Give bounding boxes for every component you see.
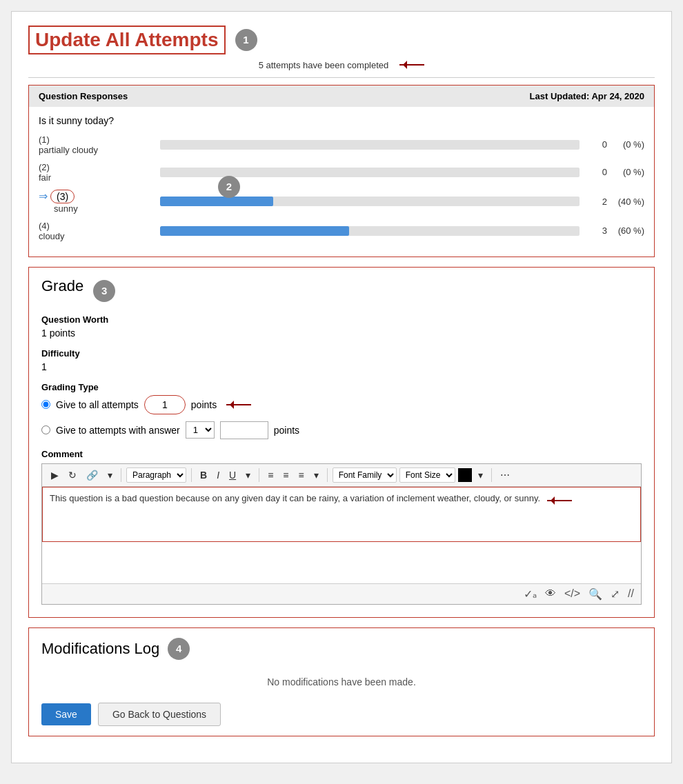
slash-icon[interactable]: // [628,587,634,600]
radio-row-2: Give to attempts with answer 1 2 3 4 poi… [41,421,642,439]
answer-row-correct: ⇒ (3) sunny 2 (40 %) [39,190,644,214]
bar-count-3: 2 [591,197,607,207]
comment-editor: ▶ ↻ 🔗 ▾ Paragraph B I [41,463,642,605]
mods-body: No modifications have been made. [41,670,642,698]
bar-fill-3 [160,197,273,206]
answer-row: (2) fair 0 (0 %) [39,162,644,183]
question-content: Is it sunny today? (1) partially cloudy [29,107,654,257]
no-mods-text: No modifications have been made. [267,676,416,687]
format-dropdown-icon[interactable]: ▾ [242,468,254,483]
code-icon[interactable]: </> [564,587,580,600]
bar-pct-3: (40 %) [607,197,644,207]
search-icon[interactable]: 🔍 [588,587,602,601]
save-button[interactable]: Save [41,703,91,725]
responses-panel: Question Responses Last Updated: Apr 24,… [28,85,655,257]
difficulty-label: Difficulty [41,348,642,359]
bar-container-3 [160,197,580,206]
answer-col-2: (2) fair [39,162,149,183]
answer-col-1: (1) partially cloudy [39,134,149,155]
bar-count-2: 0 [591,167,607,177]
correct-indicator: ⇒ (3) [39,190,149,203]
align-dropdown-icon[interactable]: ▾ [310,468,322,483]
points-input-all[interactable] [148,396,182,413]
bar-fill-4 [160,226,349,236]
correct-arrow-icon: ⇒ [39,190,48,203]
radio-all-attempts[interactable] [41,400,50,409]
color-dropdown-icon[interactable]: ▾ [475,468,486,483]
bar-container-1 [160,140,580,150]
correct-oval: (3) [50,190,75,203]
page-container: Update All Attempts 1 5 attempts have be… [11,11,672,763]
page-title: Update All Attempts [28,26,226,54]
bar-pct-4: (60 %) [607,225,644,236]
answer-text-3: sunny [54,203,149,214]
link-icon[interactable]: 🔗 [83,468,101,483]
answer-select[interactable]: 1 2 3 4 [186,421,215,439]
align-right-icon[interactable]: ≡ [295,468,307,483]
grade-badge: 3 [93,280,115,302]
answer-number-4: (4) [39,221,149,231]
more-dropdown-icon[interactable]: ▾ [104,468,116,483]
bar-count-1: 0 [591,139,607,150]
grade-title: Grade [41,277,83,295]
bar-container-4 [160,226,580,236]
italic-icon[interactable]: I [213,468,223,483]
action-buttons: Save Go Back to Questions [41,703,642,726]
bar-count-4: 3 [591,225,607,236]
mods-panel: Modifications Log 4 No modifications hav… [28,627,655,736]
answer-text-4: cloudy [39,231,149,241]
comment-content[interactable]: This question is a bad question because … [42,487,641,542]
editor-toolbar: ▶ ↻ 🔗 ▾ Paragraph B I [42,464,641,487]
align-left-icon[interactable]: ≡ [264,468,277,483]
fullscreen-icon[interactable]: ⤢ [611,587,620,601]
radio1-label[interactable]: Give to all attempts [56,399,139,410]
responses-header: Question Responses Last Updated: Apr 24,… [29,86,654,107]
underline-icon[interactable]: U [226,468,239,483]
attempts-info: 5 attempts have been completed [28,60,655,70]
grading-type-label: Grading Type [41,382,642,392]
refresh-icon[interactable]: ↻ [65,468,80,483]
separator-2 [191,468,192,482]
font-family-select[interactable]: Font Family [333,468,397,483]
color-swatch[interactable] [458,468,472,482]
more-options-icon[interactable]: ⋯ [497,468,513,483]
grade-arrow-1 [226,404,251,405]
points-blank-2[interactable] [220,421,268,439]
points-input-oval [144,395,186,414]
comment-arrow [547,500,572,501]
spell-check-icon[interactable]: ✓ₐ [524,587,537,601]
radio-with-answer[interactable] [41,425,50,434]
header-badge: 1 [235,29,257,51]
back-to-questions-button[interactable]: Go Back to Questions [98,703,221,726]
mods-title: Modifications Log [41,640,159,658]
responses-label: Question Responses [39,91,128,101]
accessibility-icon[interactable]: 👁 [545,587,556,600]
page-header: Update All Attempts 1 [28,26,655,54]
editor-empty-area[interactable] [42,542,641,583]
play-icon[interactable]: ▶ [48,468,62,483]
grade-section: Grade 3 Question Worth 1 points Difficul… [29,268,654,617]
points-suffix-2: points [274,425,299,436]
font-size-select[interactable]: Font Size [399,468,455,483]
radio2-label[interactable]: Give to attempts with answer [56,425,180,436]
answer-number-1: (1) [39,134,149,145]
bold-icon[interactable]: B [197,468,210,483]
header-divider [28,77,655,78]
answer-row: (4) cloudy 3 (60 %) [39,221,644,241]
mods-header: Modifications Log 4 [41,638,642,660]
last-updated: Last Updated: Apr 24, 2020 [530,91,644,101]
responses-badge: 2 [218,176,240,198]
align-center-icon[interactable]: ≡ [279,468,292,483]
answer-number-2: (2) [39,162,149,172]
editor-footer: ✓ₐ 👁 </> 🔍 ⤢ // [42,583,641,604]
paragraph-select[interactable]: Paragraph [126,468,186,483]
answer-text-1: partially cloudy [39,145,149,155]
answer-number-3: (3) [57,191,68,202]
answer-text-2: fair [39,172,149,183]
bar-pct-1: (0 %) [607,139,644,150]
difficulty-value: 1 [41,361,642,372]
points-suffix-1: points [191,399,217,410]
radio-row-1: Give to all attempts points [41,395,642,414]
grade-panel: Grade 3 Question Worth 1 points Difficul… [28,267,655,618]
comment-label: Comment [41,449,642,459]
